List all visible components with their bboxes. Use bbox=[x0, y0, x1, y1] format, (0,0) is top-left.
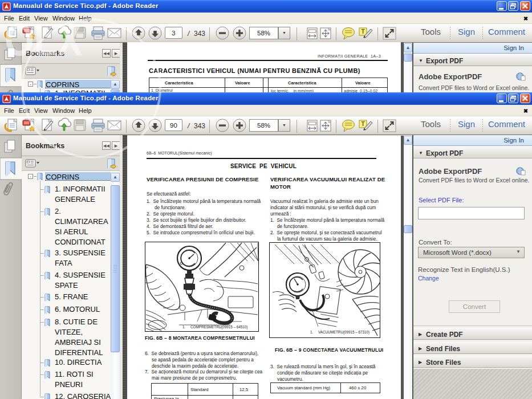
svg-text:T: T bbox=[361, 121, 364, 127]
svg-text:1. VACUUMETRU(09915 – 6731: 1. VACUUMETRU(09915 – 67310) bbox=[310, 330, 369, 335]
svg-text:T: T bbox=[361, 28, 364, 35]
svg-text:1. COMPRESMETRU(09915 – 64: 1. COMPRESMETRU(09915 – 64510) bbox=[182, 325, 247, 329]
